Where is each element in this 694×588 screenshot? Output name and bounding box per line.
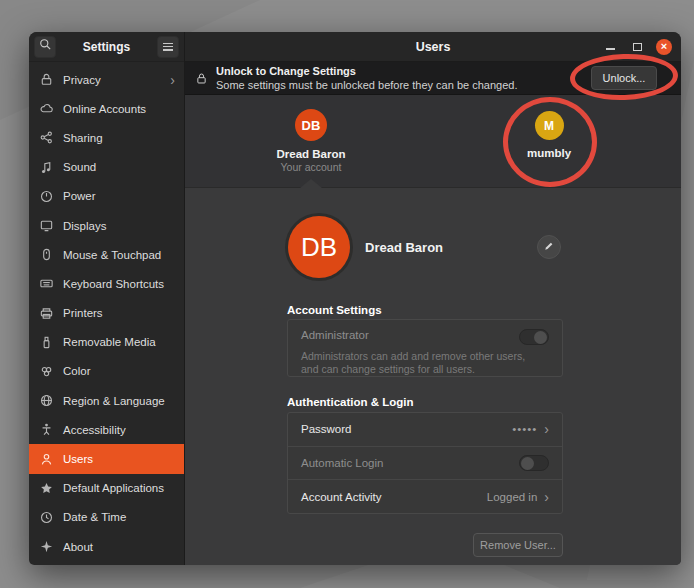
automatic-login-label: Automatic Login <box>301 457 383 469</box>
hamburger-icon <box>163 43 173 51</box>
window-controls: × <box>602 39 681 55</box>
music-note-icon <box>38 159 54 175</box>
globe-icon <box>38 393 54 409</box>
user-icon <box>38 451 54 467</box>
sidebar-item-region-language[interactable]: Region & Language <box>29 386 184 415</box>
administrator-toggle[interactable] <box>519 329 549 345</box>
remove-user-button[interactable]: Remove User... <box>473 533 563 557</box>
infobar-title: Unlock to Change Settings <box>216 64 517 78</box>
account-activity-row[interactable]: Account Activity Logged in › <box>288 479 562 513</box>
user-carousel: DB Dread Baron Your account M mumbly <box>185 95 681 188</box>
sidebar-item-accessibility[interactable]: Accessibility <box>29 415 184 444</box>
printer-icon <box>38 305 54 321</box>
sidebar-item-label: Displays <box>63 220 106 232</box>
star-icon <box>38 480 54 496</box>
mouse-icon <box>38 247 54 263</box>
account-settings-heading: Account Settings <box>287 304 382 316</box>
desktop-background: Settings Privacy › Online Accounts Sha <box>0 0 694 588</box>
display-icon <box>38 218 54 234</box>
administrator-label: Administrator <box>301 329 369 341</box>
password-label: Password <box>301 423 352 435</box>
sidebar-headerbar: Settings <box>29 32 184 62</box>
sidebar-item-label: Default Applications <box>63 482 164 494</box>
administrator-description: Administrators can add and remove other … <box>301 350 527 376</box>
minimize-button[interactable] <box>602 39 618 55</box>
account-activity-value: Logged in <box>487 491 538 503</box>
primary-menu-button[interactable] <box>157 36 179 58</box>
account-activity-label: Account Activity <box>301 491 382 503</box>
share-icon <box>38 130 54 146</box>
user-subtitle: Your account <box>281 161 342 173</box>
annotation-circle-mumbly <box>503 97 597 187</box>
sidebar-item-about[interactable]: About <box>29 532 184 561</box>
sidebar-item-sharing[interactable]: Sharing <box>29 123 184 152</box>
sidebar-item-privacy[interactable]: Privacy › <box>29 65 184 94</box>
sidebar-item-label: Sharing <box>63 132 103 144</box>
maximize-button[interactable] <box>629 39 645 55</box>
sidebar-item-label: Removable Media <box>63 336 156 348</box>
automatic-login-toggle[interactable] <box>519 455 549 471</box>
sidebar-item-label: Keyboard Shortcuts <box>63 278 164 290</box>
close-button[interactable]: × <box>656 39 672 55</box>
sidebar-item-printers[interactable]: Printers <box>29 299 184 328</box>
sidebar: Settings Privacy › Online Accounts Sha <box>29 32 185 565</box>
accessibility-icon <box>38 422 54 438</box>
chevron-right-icon: › <box>544 422 549 436</box>
lock-icon <box>38 72 54 88</box>
user-name: Dread Baron <box>276 148 345 160</box>
color-icon <box>38 363 54 379</box>
password-value: ••••• <box>512 423 537 435</box>
sidebar-item-displays[interactable]: Displays <box>29 211 184 240</box>
sidebar-item-label: Printers <box>63 307 103 319</box>
pencil-icon <box>543 238 555 256</box>
authentication-heading: Authentication & Login <box>287 396 413 408</box>
carousel-user-dread-baron[interactable]: DB Dread Baron Your account <box>251 109 371 173</box>
sidebar-item-label: Mouse & Touchpad <box>63 249 161 261</box>
starburst-icon <box>38 539 54 555</box>
lock-icon <box>195 72 208 85</box>
selected-user-arrow <box>300 179 322 188</box>
sidebar-item-sound[interactable]: Sound <box>29 153 184 182</box>
sidebar-item-label: Users <box>63 453 93 465</box>
keyboard-icon <box>38 276 54 292</box>
sidebar-item-mouse-touchpad[interactable]: Mouse & Touchpad <box>29 240 184 269</box>
sidebar-item-label: Privacy <box>63 74 101 86</box>
administrator-row: Administrator Administrators can add and… <box>287 319 563 377</box>
sidebar-list: Privacy › Online Accounts Sharing Sound <box>29 62 184 565</box>
sidebar-item-color[interactable]: Color <box>29 357 184 386</box>
cloud-icon <box>38 101 54 117</box>
sidebar-item-power[interactable]: Power <box>29 182 184 211</box>
search-icon <box>38 37 53 56</box>
sidebar-item-date-time[interactable]: Date & Time <box>29 503 184 532</box>
app-title: Settings <box>56 40 157 54</box>
password-row[interactable]: Password ••••• › <box>288 413 562 446</box>
sidebar-item-online-accounts[interactable]: Online Accounts <box>29 94 184 123</box>
sidebar-item-label: Accessibility <box>63 424 126 436</box>
sidebar-item-default-applications[interactable]: Default Applications <box>29 474 184 503</box>
profile-name: Dread Baron <box>365 240 443 255</box>
authentication-list: Password ••••• › Automatic Login Account… <box>287 412 563 514</box>
sidebar-item-label: About <box>63 541 93 553</box>
sidebar-item-users[interactable]: Users <box>29 444 184 473</box>
users-panel: Users × Unlock to Change Settings Some s… <box>185 32 681 565</box>
clock-icon <box>38 509 54 525</box>
sidebar-item-keyboard-shortcuts[interactable]: Keyboard Shortcuts <box>29 269 184 298</box>
search-button[interactable] <box>34 36 56 58</box>
sidebar-item-label: Power <box>63 190 96 202</box>
sidebar-item-label: Date & Time <box>63 511 126 523</box>
chevron-right-icon: › <box>544 490 549 504</box>
chevron-right-icon: › <box>170 73 175 87</box>
infobar-text: Unlock to Change Settings Some settings … <box>216 64 517 93</box>
infobar-subtitle: Some settings must be unlocked before th… <box>216 78 517 92</box>
edit-avatar-button[interactable] <box>537 235 561 259</box>
power-icon <box>38 188 54 204</box>
usb-drive-icon <box>38 334 54 350</box>
profile-avatar: DB <box>288 216 350 278</box>
sidebar-item-label: Sound <box>63 161 96 173</box>
sidebar-item-removable-media[interactable]: Removable Media <box>29 328 184 357</box>
automatic-login-row: Automatic Login <box>288 446 562 480</box>
sidebar-item-label: Color <box>63 365 90 377</box>
avatar: DB <box>295 109 327 141</box>
sidebar-item-label: Region & Language <box>63 395 165 407</box>
sidebar-item-label: Online Accounts <box>63 103 146 115</box>
